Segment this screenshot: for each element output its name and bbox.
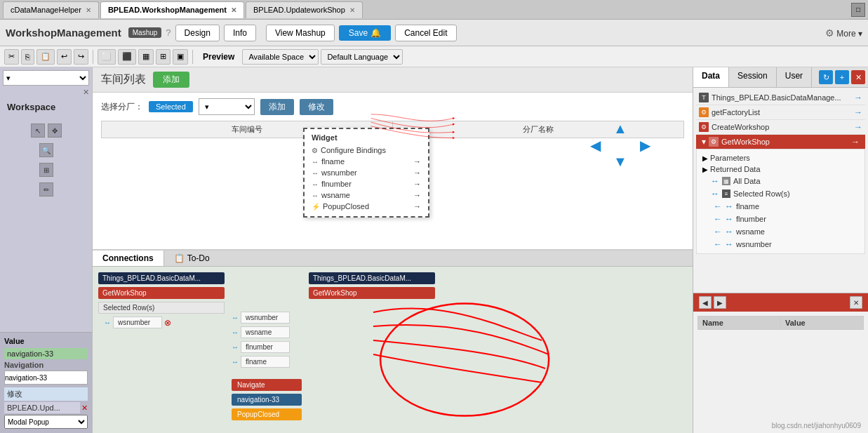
divider: [93, 50, 93, 64]
tool-widget[interactable]: ▣: [173, 49, 188, 65]
tool-paste[interactable]: 📋: [36, 49, 55, 65]
conn-mid-flname-field: flname: [241, 356, 290, 368]
sidebar-icon-grid[interactable]: ⊞: [39, 163, 53, 177]
tool-redo[interactable]: ↪: [74, 49, 88, 65]
conn-tab-todo[interactable]: 📋 To-Do: [164, 251, 220, 266]
sidebar-close-icon[interactable]: ✕: [3, 88, 89, 97]
rl-factory-arrow-icon[interactable]: →: [854, 107, 862, 117]
arrow-up[interactable]: ▲: [613, 121, 627, 137]
widget-flnumber-item[interactable]: ↔ flnumber →: [312, 178, 421, 189]
more-menu[interactable]: ⚙ More ▾: [825, 27, 862, 39]
rl-getworkshop-header[interactable]: ▾ ⚙ GetWorkShop →: [696, 135, 865, 149]
sidebar-dropdown[interactable]: ▾: [3, 70, 89, 86]
maximize-button[interactable]: □: [851, 3, 865, 17]
rl-selected-label: Selected Row(s): [733, 189, 790, 198]
popup-closed-block[interactable]: PopupClosed: [232, 408, 302, 420]
rl-getworkshop-arrow-icon[interactable]: →: [851, 137, 860, 147]
factory-select[interactable]: ▾: [199, 98, 255, 115]
navigate-block[interactable]: Navigate: [232, 379, 302, 391]
selected-badge: Selected: [149, 101, 193, 112]
arrow-left[interactable]: ◀: [590, 137, 601, 154]
rt-close-btn[interactable]: ✕: [851, 70, 865, 84]
tab-workshop[interactable]: BPLEAD.WorkshopManagement ✕: [100, 1, 244, 18]
nav-input[interactable]: [4, 371, 88, 385]
tab-workshop-close[interactable]: ✕: [231, 6, 236, 14]
nav33-block[interactable]: navigation-33: [232, 394, 302, 406]
mashup-badge: Mashup: [128, 27, 162, 38]
br-close-btn[interactable]: ✕: [850, 296, 862, 309]
rl-getworkshop-name: GetWorkShop: [721, 138, 848, 146]
rl-alldata-row: ↔ ▦ All Data: [711, 175, 859, 187]
tool-undo[interactable]: ↩: [57, 49, 72, 65]
sidebar-icon-move[interactable]: ✥: [48, 124, 62, 138]
widget-wsname-item[interactable]: ↔ wsname →: [312, 189, 421, 201]
conn-wsnumber-remove[interactable]: ⊗: [164, 318, 171, 328]
add-blue-button[interactable]: 添加: [260, 99, 294, 115]
modal-popup-select[interactable]: Modal Popup: [4, 415, 88, 429]
tool-align-right[interactable]: ▦: [138, 49, 154, 65]
wsname-arrow-icon: →: [413, 191, 421, 199]
tab-update-close[interactable]: ✕: [349, 6, 355, 14]
right-tab-data[interactable]: Data: [693, 67, 729, 87]
right-tab-user[interactable]: User: [777, 67, 812, 87]
tool-grid[interactable]: ⊞: [156, 49, 171, 65]
conn-arrow-left-icon: ↔: [104, 319, 111, 326]
sidebar-icon-pointer[interactable]: ↖: [31, 124, 45, 138]
rt-refresh-btn[interactable]: ↻: [819, 70, 833, 84]
right-tab-session[interactable]: Session: [729, 67, 777, 87]
tab-update[interactable]: BPLEAD.UpdateworkShop ✕: [246, 1, 363, 18]
rl-create-arrow-icon[interactable]: →: [854, 122, 862, 132]
tool-cut[interactable]: ✂: [4, 49, 19, 65]
tool-copy[interactable]: ⎘: [21, 49, 34, 65]
widget-configure-item[interactable]: ⚙ Configure Bindings: [312, 145, 421, 156]
sidebar-icon-row3: ⊞: [39, 163, 53, 177]
save-button[interactable]: Save 🔔: [339, 25, 391, 41]
modify-label: 修改: [4, 387, 88, 401]
help-icon[interactable]: ?: [166, 27, 171, 38]
rl-returned-label: Returned Data: [710, 165, 761, 173]
conn-left-getworkshop[interactable]: GetWorkShop: [98, 287, 225, 299]
rl-getworkshop-expanded: ▶ Parameters ▶ Returned Data ↔ ▦ All Dat…: [696, 149, 865, 254]
widget-flname-item[interactable]: ↔ flname →: [312, 156, 421, 167]
view-mashup-button[interactable]: View Mashup: [266, 25, 335, 41]
space-select[interactable]: Available Space: [242, 49, 319, 65]
tool-align-center[interactable]: ⬛: [118, 49, 136, 65]
tab-workshop-label: BPLEAD.WorkshopManagement: [108, 6, 227, 14]
conn-left-things[interactable]: Things_BPLEAD.BasicDataM...: [98, 272, 225, 284]
design-button[interactable]: Design: [175, 25, 220, 41]
rl-fields: ← ↔ flname ← ↔ flnumber ← ↔ wsname: [702, 200, 859, 251]
conn-mid-wsname-icon: ↔: [232, 328, 239, 336]
modify-button[interactable]: 修改: [300, 99, 333, 115]
info-button[interactable]: Info: [224, 25, 256, 41]
arrow-right[interactable]: ▶: [640, 137, 650, 154]
widget-popup-title: Widget: [312, 133, 421, 142]
conn-right-getworkshop[interactable]: GetWorkShop: [309, 287, 435, 299]
conn-tab-connections[interactable]: Connections: [93, 251, 164, 266]
widget-popupclosed-label: PopupClosed: [323, 202, 369, 211]
tab-datamanage-close[interactable]: ✕: [86, 6, 91, 14]
sidebar-icon-edit[interactable]: ✏: [39, 182, 53, 196]
rt-add-btn[interactable]: +: [835, 70, 849, 84]
conn-right-things[interactable]: Things_BPLEAD.BasicDataM...: [309, 272, 435, 284]
left-sidebar: ▾ ✕ Workspace ↖ ✥ 🔍 ⊞ ✏ Value: [0, 67, 93, 433]
widget-wsnumber-item[interactable]: ↔ wsnumber →: [312, 167, 421, 178]
modal-close-icon[interactable]: ✕: [81, 404, 88, 413]
br-prev-btn[interactable]: ◀: [699, 296, 712, 309]
rl-things-arrow-icon[interactable]: →: [854, 93, 862, 102]
tab-datamanage[interactable]: cDataManageHelper ✕: [3, 1, 99, 18]
arrow-down[interactable]: ▼: [613, 154, 627, 170]
rl-selected-arrow-icon: ↔: [711, 189, 719, 199]
sidebar-icon-zoom[interactable]: 🔍: [39, 143, 53, 157]
conn-mid-flname-icon: ↔: [232, 358, 239, 366]
conn-middle-col: ↔ wsnumber ↔ wsname ↔ flnumber ↔ flname: [232, 272, 302, 424]
nav-section: navigation-33 Navigation 修改 BPLEAD.Upd..…: [4, 348, 88, 429]
widget-popupclosed-item[interactable]: ⚡ PopupClosed →: [312, 201, 421, 212]
rl-flname-field: ← ↔ flname: [714, 200, 859, 213]
br-next-btn[interactable]: ▶: [714, 296, 726, 309]
rl-wsname-left-icon: ←: [714, 227, 722, 237]
canvas-add-button[interactable]: 添加: [153, 72, 189, 88]
conn-mid-wsname: ↔ wsname: [232, 326, 302, 338]
lang-select[interactable]: Default Language: [321, 49, 403, 65]
tool-align-left[interactable]: ⬜: [98, 49, 116, 65]
cancel-button[interactable]: Cancel Edit: [395, 25, 456, 41]
